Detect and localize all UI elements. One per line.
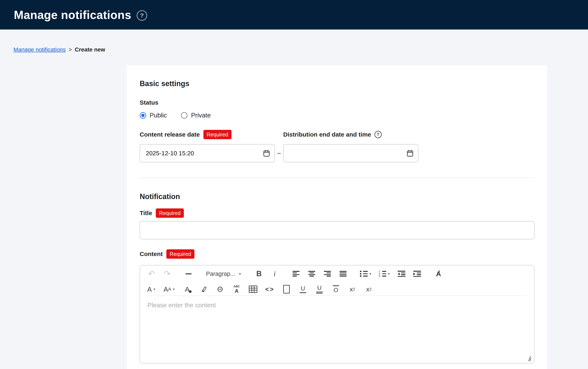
numbered-list-icon[interactable]: 1 2 3 ▼ [379, 269, 390, 278]
breadcrumb-current: Create new [75, 46, 105, 53]
title-label: Title [140, 209, 152, 217]
link-icon[interactable] [216, 285, 225, 294]
overline-icon[interactable]: O [331, 285, 340, 294]
chevron-down-icon: ▼ [238, 272, 241, 276]
italic-icon[interactable]: i [270, 269, 279, 278]
content-label: Content [140, 250, 163, 258]
paragraph-format-dropdown[interactable]: Paragrap... ▼ [206, 269, 242, 278]
release-date-label: Content release date [140, 131, 200, 138]
bold-icon[interactable]: B [255, 269, 263, 278]
breadcrumb-link-manage-notifications[interactable]: Manage notifications [13, 46, 66, 53]
radio-private-icon[interactable] [181, 112, 187, 119]
font-size-dropdown[interactable]: AA ▼ [164, 285, 175, 294]
radio-option-private[interactable]: Private [181, 112, 211, 119]
font-color-icon[interactable]: A [183, 285, 192, 294]
clear-formatting-icon[interactable]: A [434, 269, 443, 278]
end-date-help-icon[interactable]: ? [374, 131, 382, 138]
section-divider [140, 177, 535, 178]
table-icon[interactable] [248, 285, 258, 294]
chevron-down-icon: ▼ [369, 272, 372, 275]
horizontal-rule-icon[interactable] [184, 269, 193, 278]
radio-option-public[interactable]: Public [140, 112, 167, 119]
chevron-down-icon: ▼ [153, 287, 156, 291]
basic-settings-heading: Basic settings [140, 65, 535, 88]
align-center-icon[interactable] [307, 269, 316, 278]
code-icon[interactable]: <> [265, 285, 274, 294]
breadcrumb-separator: > [69, 46, 72, 53]
editor-content-area[interactable]: Please enter the content [140, 296, 534, 363]
align-left-icon[interactable] [291, 269, 300, 278]
radio-public-label: Public [150, 112, 167, 119]
calendar-icon[interactable] [406, 149, 414, 157]
required-badge: Required [156, 208, 184, 218]
breadcrumb: Manage notifications > Create new [13, 46, 588, 53]
end-date-label-row: Distribution end date and time ? [283, 130, 382, 139]
end-date-label: Distribution end date and time [283, 131, 371, 138]
toolbar-row-2: A ▼ AA ▼ A [147, 287, 527, 296]
end-date-field [283, 144, 418, 163]
release-date-field [140, 144, 275, 163]
double-underline-icon[interactable]: U [315, 285, 324, 294]
editor-toolbar: ↶ ↷ Paragrap... ▼ B i [140, 269, 534, 296]
toolbar-row-1: ↶ ↷ Paragrap... ▼ B i [147, 269, 527, 278]
paragraph-format-label: Paragrap... [206, 270, 235, 277]
underline-icon[interactable]: U [299, 285, 308, 294]
radio-private-label: Private [191, 112, 211, 119]
align-right-icon[interactable] [323, 269, 332, 278]
end-date-input[interactable] [283, 144, 418, 163]
notification-heading: Notification [140, 192, 535, 201]
bordered-box-icon[interactable] [282, 285, 291, 294]
required-badge: Required [203, 130, 231, 139]
superscript-icon[interactable]: x2 [348, 285, 357, 294]
font-family-dropdown[interactable]: A ▼ [147, 285, 156, 294]
align-justify-icon[interactable] [339, 269, 348, 278]
editor-placeholder: Please enter the content [147, 302, 527, 309]
header-help-icon[interactable]: ? [137, 10, 147, 21]
radio-public-selected-icon[interactable] [140, 112, 146, 119]
rich-text-editor: ↶ ↷ Paragrap... ▼ B i [140, 265, 535, 363]
release-date-input[interactable] [140, 144, 275, 163]
status-label: Status [140, 99, 535, 106]
chevron-down-icon: ▼ [172, 287, 175, 291]
required-badge: Required [166, 249, 195, 259]
date-range-separator: ~ [275, 149, 283, 157]
undo-icon[interactable]: ↶ [147, 269, 156, 278]
indent-icon[interactable] [413, 269, 422, 278]
app-header: Manage notifications ? [0, 0, 588, 30]
date-labels-row: Content release date Required Distributi… [140, 130, 535, 139]
ruby-annotation-icon[interactable]: ABC A [232, 285, 241, 294]
content-label-row: Content Required [140, 249, 535, 259]
chevron-down-icon: ▼ [387, 272, 390, 275]
highlighter-icon[interactable] [199, 285, 208, 294]
bullet-list-icon[interactable]: ▼ [360, 269, 372, 278]
form-card: Basic settings Status Public Private Con… [127, 65, 547, 369]
title-label-row: Title Required [140, 208, 535, 218]
calendar-icon[interactable] [263, 149, 270, 157]
status-radio-group: Public Private [140, 112, 535, 119]
outdent-icon[interactable] [397, 269, 406, 278]
subscript-icon[interactable]: x2 [364, 285, 373, 294]
title-input[interactable] [140, 221, 535, 239]
date-inputs-row: ~ [140, 144, 535, 163]
resize-grip[interactable] [527, 355, 532, 361]
release-date-label-row: Content release date Required [140, 130, 283, 139]
page-title: Manage notifications [14, 8, 131, 21]
redo-icon[interactable]: ↷ [163, 269, 172, 278]
